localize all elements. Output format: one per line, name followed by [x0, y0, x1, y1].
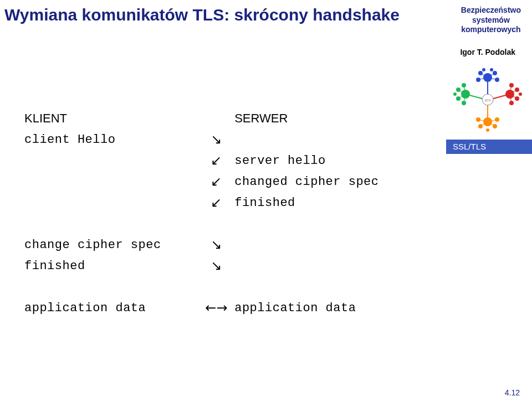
change-cipher-spec-cell: change cipher spec — [22, 234, 201, 255]
header-subtitle: Bezpieczeństwo systemów komputerowych — [461, 6, 521, 35]
arrow-to-server-icon: ↘ — [201, 255, 233, 276]
arrow-to-client-icon: ↙ — [201, 150, 233, 171]
handshake-table-container: KLIENT SERWER client Hello ↘ ↙ server he… — [22, 108, 421, 318]
svg-point-7 — [490, 68, 493, 71]
changed-cipher-spec-cell: changed cipher spec — [232, 171, 421, 192]
arrow-to-client-icon: ↙ — [201, 171, 233, 192]
server-finished-cell: finished — [232, 192, 421, 213]
arrow-to-client-icon: ↙ — [201, 192, 233, 213]
client-hello-cell: client Hello — [22, 129, 201, 150]
app-data-client-cell: application data — [22, 297, 201, 318]
table-row: change cipher spec ↘ — [22, 234, 421, 255]
client-column-header: KLIENT — [22, 108, 201, 129]
header-line-2: systemów — [461, 16, 521, 25]
slide-title: Wymiana komunikatów TLS: skrócony handsh… — [4, 6, 400, 24]
table-row: ↙ server hello — [22, 150, 421, 171]
svg-point-40 — [486, 128, 489, 132]
table-row: ↙ changed cipher spec — [22, 171, 421, 192]
author-name: Igor T. Podolak — [460, 48, 515, 56]
client-finished-cell: finished — [22, 255, 201, 276]
arrow-to-server-icon: ↘ — [201, 129, 233, 150]
svg-point-6 — [482, 68, 485, 71]
table-row: application data ←→ application data — [22, 297, 421, 318]
header-line-3: komputerowych — [461, 25, 521, 35]
arrow-both-icon: ←→ — [201, 297, 233, 318]
university-logo-icon: UJ II — [452, 66, 524, 133]
handshake-table: KLIENT SERWER client Hello ↘ ↙ server he… — [22, 108, 421, 318]
svg-point-18 — [453, 92, 457, 96]
topic-tag: SSL/TLS — [446, 140, 532, 154]
logo-text: UJ II — [485, 99, 490, 102]
table-row: finished ↘ — [22, 255, 421, 276]
server-hello-cell: server hello — [232, 150, 421, 171]
arrow-to-server-icon: ↘ — [201, 234, 233, 255]
svg-point-29 — [519, 92, 522, 96]
header-line-1: Bezpieczeństwo — [461, 6, 521, 16]
page-number: 4.12 — [505, 388, 520, 397]
table-row: client Hello ↘ — [22, 129, 421, 150]
table-header-row: KLIENT SERWER — [22, 108, 421, 129]
app-data-server-cell: application data — [232, 297, 421, 318]
server-column-header: SERWER — [232, 108, 421, 129]
slide: Wymiana komunikatów TLS: skrócony handsh… — [0, 0, 532, 407]
table-row: ↙ finished — [22, 192, 421, 213]
